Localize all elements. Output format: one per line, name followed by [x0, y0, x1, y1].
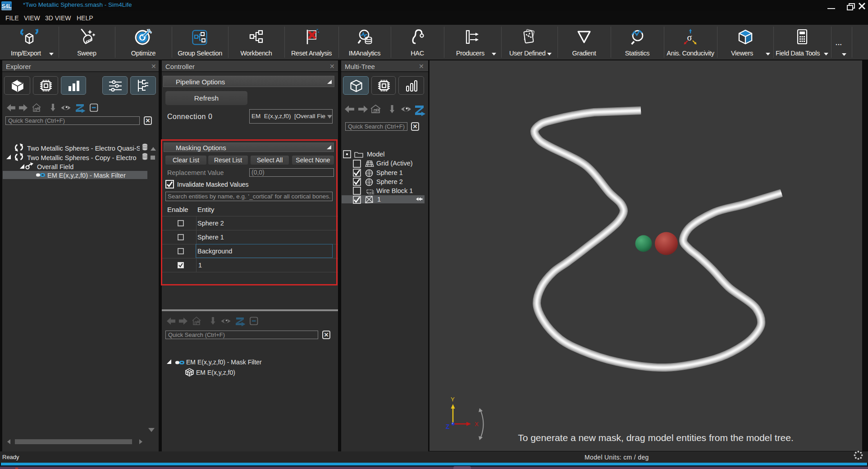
- svg-text:To generate a new mask, drag m: To generate a new mask, drag model entit…: [518, 432, 794, 443]
- svg-text:Z: Z: [446, 423, 450, 430]
- svg-text:X: X: [475, 421, 479, 428]
- svg-text:Y: Y: [451, 396, 455, 403]
- svg-text:S4L: S4L: [1, 3, 11, 9]
